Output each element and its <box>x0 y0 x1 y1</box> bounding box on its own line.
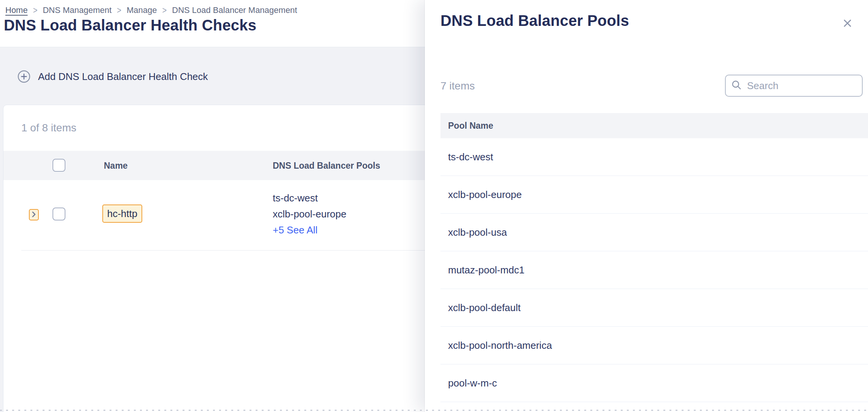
search-box[interactable] <box>725 75 863 97</box>
bottom-dashed-line <box>0 410 868 411</box>
pool-table-header: Pool Name <box>440 113 868 138</box>
health-checks-card: 1 of 8 items Name DNS Load Balancer Pool… <box>3 105 434 412</box>
column-header-pools: DNS Load Balancer Pools <box>273 160 380 171</box>
items-count: 1 of 8 items <box>21 122 76 134</box>
page-title: DNS Load Balancer Health Checks <box>4 17 256 34</box>
pool-name: mutaz-pool-mdc1 <box>448 264 525 276</box>
plus-circle-icon <box>17 70 30 83</box>
pool-row[interactable]: xclb-pool-default <box>440 289 868 327</box>
pool-row[interactable]: mutaz-pool-mdc1 <box>440 251 868 289</box>
pool-name: ts-dc-west <box>448 151 493 163</box>
pool-name: pool-w-m-c <box>448 377 497 389</box>
select-all-checkbox[interactable] <box>52 159 65 172</box>
breadcrumb-manage[interactable]: Manage <box>127 5 157 15</box>
column-header-name: Name <box>104 160 128 171</box>
table-row: hc-http ts-dc-west xclb-pool-europe +5 S… <box>3 180 434 251</box>
pool-name: xclb-pool-default <box>448 302 521 314</box>
health-check-name[interactable]: hc-http <box>102 204 142 223</box>
chevron-right-icon: > <box>162 5 167 15</box>
pool-name: ts-dc-west <box>273 190 347 206</box>
add-health-check-button[interactable]: Add DNS Load Balancer Health Check <box>17 70 208 83</box>
row-divider <box>21 250 427 251</box>
pool-name: xclb-pool-north-america <box>448 340 552 351</box>
pool-row[interactable]: xclb-pool-europe <box>440 176 868 214</box>
breadcrumb-home[interactable]: Home <box>5 5 28 15</box>
panel-title: DNS Load Balancer Pools <box>440 12 629 29</box>
pool-row[interactable]: pool-w-m-c <box>440 364 868 402</box>
breadcrumb-dns-lb-management[interactable]: DNS Load Balancer Management <box>172 5 297 15</box>
breadcrumb-dns-management[interactable]: DNS Management <box>43 5 111 15</box>
breadcrumb: Home > DNS Management > Manage > DNS Loa… <box>5 5 297 15</box>
close-icon <box>842 18 853 30</box>
chevron-right-icon <box>31 211 37 219</box>
pool-name: xclb-pool-usa <box>448 227 507 238</box>
pool-row[interactable]: xclb-pool-usa <box>440 214 868 251</box>
pool-name: xclb-pool-europe <box>448 189 522 201</box>
chevron-right-icon: > <box>117 5 121 15</box>
row-checkbox[interactable] <box>52 208 65 220</box>
add-health-check-label: Add DNS Load Balancer Health Check <box>38 71 208 83</box>
table-header: Name DNS Load Balancer Pools <box>3 151 434 180</box>
panel-items-count: 7 items <box>440 80 475 92</box>
search-input[interactable] <box>746 80 857 92</box>
pool-row[interactable]: xclb-pool-north-america <box>440 327 868 364</box>
pool-table: Pool Name ts-dc-west xclb-pool-europe xc… <box>440 113 868 402</box>
chevron-right-icon: > <box>33 5 38 15</box>
screen: Home > DNS Management > Manage > DNS Loa… <box>0 0 868 412</box>
pools-panel: DNS Load Balancer Pools 7 items Pool Nam… <box>425 0 868 412</box>
search-icon <box>731 80 742 92</box>
column-header-pool-name: Pool Name <box>448 121 493 131</box>
expand-row-button[interactable] <box>29 209 39 220</box>
close-button[interactable] <box>838 14 857 33</box>
pool-row[interactable]: ts-dc-west <box>440 138 868 176</box>
see-all-link[interactable]: +5 See All <box>273 222 347 238</box>
pool-name: xclb-pool-europe <box>273 206 347 222</box>
pools-cell: ts-dc-west xclb-pool-europe +5 See All <box>273 190 347 238</box>
